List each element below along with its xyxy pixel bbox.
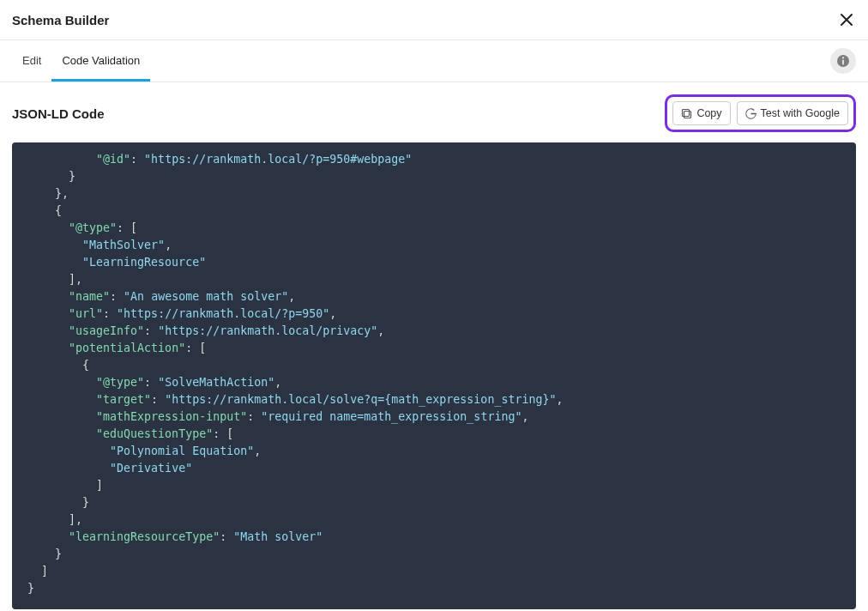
section-title: JSON-LD Code <box>12 106 105 121</box>
info-button[interactable] <box>830 48 856 74</box>
close-button[interactable] <box>839 12 854 27</box>
info-icon <box>836 54 850 68</box>
google-icon <box>745 108 756 119</box>
svg-point-2 <box>842 57 844 58</box>
svg-rect-1 <box>842 60 844 65</box>
modal-header: Schema Builder <box>0 0 868 40</box>
close-icon <box>839 12 854 27</box>
tabs: Edit Code Validation <box>12 40 150 82</box>
test-google-button[interactable]: Test with Google <box>737 101 848 125</box>
section-header: JSON-LD Code Copy Test with Google <box>12 94 856 132</box>
tabs-row: Edit Code Validation <box>0 40 868 82</box>
test-google-button-label: Test with Google <box>761 107 840 119</box>
svg-rect-4 <box>683 109 690 116</box>
action-buttons-highlight: Copy Test with Google <box>665 94 856 132</box>
content-area: JSON-LD Code Copy Test with Google "@id"… <box>0 82 868 611</box>
modal-title: Schema Builder <box>12 13 109 27</box>
svg-rect-3 <box>684 111 691 118</box>
copy-button-label: Copy <box>696 107 721 119</box>
copy-button[interactable]: Copy <box>672 101 730 125</box>
tab-edit[interactable]: Edit <box>12 40 51 82</box>
code-block[interactable]: "@id": "https://rankmath.local/?p=950#we… <box>12 142 856 609</box>
copy-icon <box>681 108 692 119</box>
tab-code-validation[interactable]: Code Validation <box>51 40 150 82</box>
